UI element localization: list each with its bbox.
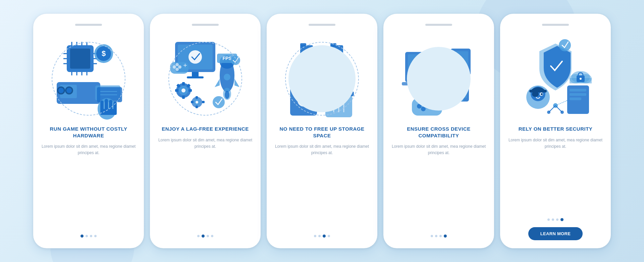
learn-more-button[interactable]: LEARN MORE (528, 227, 583, 240)
svg-point-148 (580, 78, 582, 80)
dot-active (80, 235, 84, 238)
illustration-lagfree: FPS (162, 32, 249, 126)
dot (86, 235, 88, 237)
svg-point-132 (541, 93, 543, 95)
phone-5-dots (547, 218, 564, 221)
svg-point-130 (532, 91, 539, 97)
phone-4-desc: Lorem ipsum dolor sit dim amet, mea regi… (391, 143, 486, 156)
svg-rect-135 (570, 93, 586, 96)
phone-notch-4 (425, 24, 452, 26)
dot (547, 218, 550, 221)
phone-3-dots (314, 235, 330, 238)
dot-active (202, 235, 205, 238)
phone-3: NO NEED TO FREE UP STORAGE SPACE Lorem i… (267, 14, 377, 248)
phone-2: FPS ENJOY A LAG-FREE EXPERIENCE Lorem ip… (150, 14, 261, 248)
phone-2-desc: Lorem ipsum dolor sit dim amet, mea regi… (158, 137, 253, 150)
phone-5-content: RELY ON BETTER SECURITY Lorem ipsum dolo… (508, 126, 603, 240)
dot (431, 235, 433, 237)
phone-notch-5 (542, 24, 569, 26)
phone-2-title: ENJOY A LAG-FREE EXPERIENCE (162, 126, 249, 132)
dot (90, 235, 92, 237)
phone-3-content: NO NEED TO FREE UP STORAGE SPACE Lorem i… (275, 126, 369, 240)
svg-rect-129 (529, 90, 547, 92)
phone-1: $ RUN (33, 14, 144, 248)
illustration-security (512, 32, 599, 126)
dot (318, 235, 321, 237)
dot (556, 218, 558, 221)
phone-1-dots (80, 235, 97, 238)
svg-line-142 (555, 101, 567, 106)
phone-2-dots (197, 235, 213, 238)
dot-active (560, 218, 564, 221)
phone-4: ENSURE CROSS DEVICE COMPATIBILITY Lorem … (383, 14, 494, 248)
illustration-storage (278, 32, 366, 126)
phone-3-title: NO NEED TO FREE UP STORAGE SPACE (275, 126, 369, 139)
svg-rect-136 (570, 97, 581, 100)
phone-2-content: ENJOY A LAG-FREE EXPERIENCE Lorem ipsum … (158, 126, 253, 240)
phones-container: $ RUN (33, 14, 611, 248)
phone-1-content: RUN GAME WITHOUT COSTLY HARDWARE Lorem i… (41, 126, 136, 240)
illustration-hardware: $ (45, 32, 132, 126)
dot (439, 235, 442, 237)
svg-rect-134 (570, 89, 586, 91)
phone-4-title: ENSURE CROSS DEVICE COMPATIBILITY (391, 126, 486, 139)
phone-5: RELY ON BETTER SECURITY Lorem ipsum dolo… (500, 14, 611, 248)
phone-4-content: ENSURE CROSS DEVICE COMPATIBILITY Lorem … (391, 126, 486, 240)
phone-5-title: RELY ON BETTER SECURITY (519, 126, 593, 132)
phone-4-dots (431, 235, 447, 238)
dot (211, 235, 213, 237)
dot (328, 235, 330, 237)
phone-notch-1 (75, 24, 102, 26)
phone-1-desc: Lorem ipsum dolor sit dim amet, mea regi… (41, 143, 136, 156)
dot (552, 218, 554, 221)
dot (314, 235, 316, 237)
phone-notch-2 (192, 24, 219, 26)
dot (94, 235, 97, 237)
dot-active (323, 235, 326, 238)
svg-line-141 (555, 106, 562, 112)
phone-1-title: RUN GAME WITHOUT COSTLY HARDWARE (41, 126, 136, 139)
illustration-crossdevice (395, 32, 482, 126)
phone-notch-3 (309, 24, 335, 26)
dot (197, 235, 200, 237)
svg-point-126 (559, 39, 571, 51)
phone-5-desc: Lorem ipsum dolor sit dim amet, mea regi… (508, 137, 603, 150)
dot (435, 235, 437, 237)
svg-line-140 (549, 106, 555, 112)
phone-3-desc: Lorem ipsum dolor sit dim amet, mea regi… (275, 143, 369, 156)
dot (207, 235, 209, 237)
dot-active (444, 235, 447, 238)
